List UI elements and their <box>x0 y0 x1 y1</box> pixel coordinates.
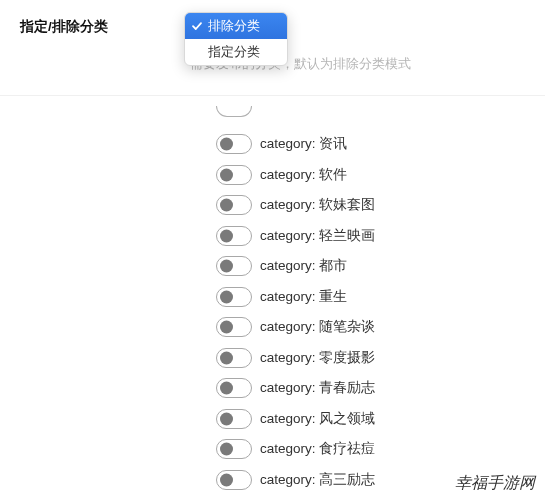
check-icon <box>191 20 203 32</box>
field-label: 指定/排除分类 <box>20 18 190 36</box>
dropdown-option-exclude[interactable]: 排除分类 <box>185 13 287 39</box>
toggle[interactable] <box>216 256 252 276</box>
toggle[interactable] <box>216 378 252 398</box>
toggle-knob <box>220 382 233 395</box>
category-label: category: 随笔杂谈 <box>260 318 375 336</box>
category-filter-row: 指定/排除分类 排除分类 指定分类 需要发布的分类，默认为排除分类模式 <box>0 0 545 96</box>
toggle[interactable] <box>216 134 252 154</box>
toggle[interactable] <box>216 226 252 246</box>
field-control: 排除分类 指定分类 需要发布的分类，默认为排除分类模式 <box>190 18 525 73</box>
category-label: category: 食疗祛痘 <box>260 440 375 458</box>
category-row: category: 软件 <box>216 165 545 185</box>
toggle-knob <box>220 229 233 242</box>
toggle-knob <box>220 412 233 425</box>
dropdown-option-label: 指定分类 <box>208 43 260 61</box>
toggle-knob <box>220 138 233 151</box>
category-row: category: 资讯 <box>216 134 545 154</box>
toggle-knob <box>220 321 233 334</box>
category-row: category: 食疗祛痘 <box>216 439 545 459</box>
toggle[interactable] <box>216 195 252 215</box>
dropdown-option-label: 排除分类 <box>208 17 260 35</box>
category-row: category: 重生 <box>216 287 545 307</box>
category-label: category: 资讯 <box>260 135 347 153</box>
watermark: 幸福手游网 <box>455 473 535 494</box>
category-label: category: 都市 <box>260 257 347 275</box>
toggle[interactable] <box>216 317 252 337</box>
dropdown-option-include[interactable]: 指定分类 <box>185 39 287 65</box>
toggle[interactable] <box>216 348 252 368</box>
dropdown-menu: 排除分类 指定分类 <box>184 12 288 66</box>
toggle[interactable] <box>216 470 252 490</box>
category-label: category: 软妹套图 <box>260 196 375 214</box>
category-row: category: 风之领域 <box>216 409 545 429</box>
toggle-knob <box>220 443 233 456</box>
category-row: category: 青春励志 <box>216 378 545 398</box>
category-label: category: 青春励志 <box>260 379 375 397</box>
toggle-partial <box>216 106 252 117</box>
category-label: category: 软件 <box>260 166 347 184</box>
toggle[interactable] <box>216 165 252 185</box>
category-row: category: 都市 <box>216 256 545 276</box>
toggle-knob <box>220 168 233 181</box>
toggle[interactable] <box>216 409 252 429</box>
category-row: category: 随笔杂谈 <box>216 317 545 337</box>
toggle[interactable] <box>216 287 252 307</box>
partial-row <box>216 106 545 124</box>
toggle-knob <box>220 260 233 273</box>
toggle-knob <box>220 351 233 364</box>
category-row: category: 零度摄影 <box>216 348 545 368</box>
category-list: category: 资讯category: 软件category: 软妹套图ca… <box>0 96 545 490</box>
toggle-knob <box>220 199 233 212</box>
category-label: category: 零度摄影 <box>260 349 375 367</box>
category-label: category: 高三励志 <box>260 471 375 489</box>
category-label: category: 轻兰映画 <box>260 227 375 245</box>
category-row: category: 软妹套图 <box>216 195 545 215</box>
category-row: category: 轻兰映画 <box>216 226 545 246</box>
category-label: category: 重生 <box>260 288 347 306</box>
toggle[interactable] <box>216 439 252 459</box>
toggle-knob <box>220 290 233 303</box>
toggle-knob <box>220 473 233 486</box>
check-placeholder <box>191 46 203 58</box>
category-label: category: 风之领域 <box>260 410 375 428</box>
